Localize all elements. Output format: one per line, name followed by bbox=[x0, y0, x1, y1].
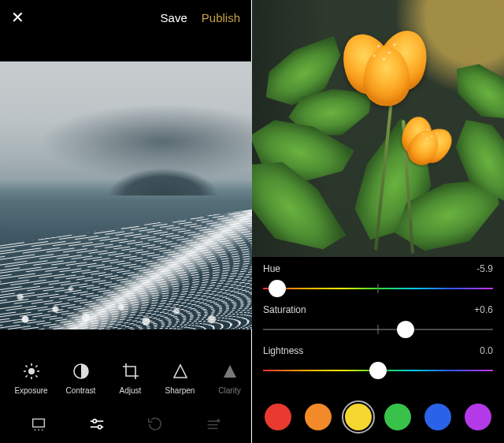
swatch-green[interactable] bbox=[384, 404, 411, 430]
header-actions: Save Publish bbox=[161, 11, 240, 24]
svg-point-13 bbox=[42, 429, 43, 430]
tool-label: Sharpen bbox=[165, 386, 195, 395]
tool-label: Clarity bbox=[218, 386, 240, 395]
svg-point-17 bbox=[98, 425, 101, 428]
svg-point-12 bbox=[38, 429, 39, 430]
svg-line-7 bbox=[35, 365, 37, 367]
tool-sharpen[interactable]: Sharpen bbox=[155, 353, 205, 402]
svg-point-15 bbox=[93, 419, 96, 423]
publish-button[interactable]: Publish bbox=[202, 11, 240, 24]
swatch-purple[interactable] bbox=[465, 404, 491, 430]
svg-rect-10 bbox=[33, 419, 45, 427]
slider-thumb[interactable] bbox=[397, 321, 414, 338]
tool-label: Contrast bbox=[66, 386, 96, 395]
save-button[interactable]: Save bbox=[161, 11, 187, 24]
slider-value: 0.0 bbox=[480, 345, 493, 356]
svg-point-0 bbox=[28, 368, 35, 374]
slider-label: Saturation bbox=[263, 304, 306, 315]
swatch-yellow[interactable] bbox=[345, 404, 372, 430]
slider-thumb[interactable] bbox=[269, 280, 286, 297]
lightness-slider[interactable] bbox=[263, 361, 493, 380]
photo-preview[interactable] bbox=[252, 0, 504, 257]
slider-value: +0.6 bbox=[474, 304, 493, 315]
lightness-slider-row: Lightness 0.0 bbox=[252, 339, 504, 380]
exposure-icon bbox=[21, 361, 42, 382]
sliders-tab[interactable] bbox=[68, 415, 126, 433]
color-controls: Hue -5.9 Saturation +0.6 Lightness bbox=[252, 257, 504, 443]
bottom-bar bbox=[0, 405, 252, 443]
tool-strip: Exposure Contrast Adjust bbox=[0, 353, 252, 402]
svg-line-6 bbox=[35, 375, 37, 377]
editor-header: ✕ Save Publish bbox=[0, 0, 251, 35]
history-tab[interactable] bbox=[126, 415, 184, 433]
slider-value: -5.9 bbox=[476, 263, 493, 274]
photo-preview[interactable] bbox=[0, 61, 252, 329]
sharpen-icon bbox=[170, 361, 191, 382]
slider-label: Lightness bbox=[263, 345, 303, 356]
clarity-icon bbox=[220, 361, 240, 382]
swatch-red[interactable] bbox=[265, 404, 291, 430]
tool-label: Adjust bbox=[120, 386, 142, 395]
contrast-icon bbox=[71, 361, 91, 382]
hue-slider-row: Hue -5.9 bbox=[252, 257, 504, 298]
slider-label: Hue bbox=[263, 263, 280, 274]
swatch-orange[interactable] bbox=[305, 404, 332, 430]
swatch-blue[interactable] bbox=[424, 404, 451, 430]
saturation-slider-row: Saturation +0.6 bbox=[252, 298, 504, 339]
tool-clarity[interactable]: Clarity bbox=[205, 353, 254, 402]
hue-slider[interactable] bbox=[263, 279, 493, 298]
svg-point-11 bbox=[35, 429, 36, 430]
color-swatches bbox=[252, 397, 504, 437]
left-pane: ✕ Save Publish Exposure bbox=[0, 0, 252, 443]
svg-line-5 bbox=[25, 365, 27, 367]
saturation-slider[interactable] bbox=[263, 320, 493, 339]
slider-thumb[interactable] bbox=[369, 362, 387, 379]
svg-line-8 bbox=[25, 375, 27, 377]
tool-label: Exposure bbox=[14, 386, 47, 395]
tool-exposure[interactable]: Exposure bbox=[6, 353, 56, 402]
close-button[interactable]: ✕ bbox=[11, 9, 24, 25]
tool-contrast[interactable]: Contrast bbox=[56, 353, 106, 402]
presets-tab[interactable] bbox=[184, 415, 243, 433]
filters-tab[interactable] bbox=[9, 415, 68, 433]
crop-icon bbox=[120, 361, 141, 382]
tool-adjust[interactable]: Adjust bbox=[106, 353, 155, 402]
right-pane: Hue -5.9 Saturation +0.6 Lightness bbox=[252, 0, 504, 443]
